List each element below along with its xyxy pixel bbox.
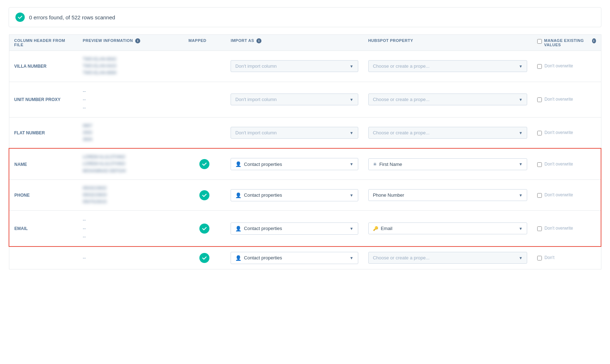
table-row: EMAIL------👤Contact properties▼🔑Email▼Do…: [9, 211, 601, 246]
cell-column-header: UNIT NUMBER PROXY: [9, 82, 78, 117]
cell-dont-overwrite: Don't overwrite: [532, 148, 601, 179]
hubspot-property-label: Email: [381, 226, 393, 231]
table-row: UNIT NUMBER PROXY------Don't import colu…: [9, 82, 601, 117]
cell-hubspot-property: Choose or create a prope...▼: [363, 51, 533, 82]
cell-import-as: 👤Contact properties▼: [226, 246, 363, 269]
success-banner: 0 errors found, of 522 rows scanned: [9, 7, 601, 27]
column-name-label: NAME: [14, 162, 27, 167]
cell-mapped: [183, 179, 226, 211]
cell-mapped: [183, 117, 226, 148]
cell-preview: ------: [78, 82, 184, 117]
import-as-label: Contact properties: [244, 162, 282, 167]
dont-overwrite-label: Don't overwrite: [544, 130, 573, 135]
hubspot-dropdown-arrow-icon: ▼: [519, 226, 522, 231]
table-row: --👤Contact properties▼Choose or create a…: [9, 246, 601, 269]
dont-overwrite-section: Don't overwrite: [537, 192, 596, 198]
cell-hubspot-property: Choose or create a prope...▼: [363, 117, 533, 148]
hubspot-dropdown-arrow-icon: ▼: [519, 64, 522, 68]
cell-import-as: 👤Contact properties▼: [226, 179, 363, 211]
table-header-row: COLUMN HEADER FROM FILE PREVIEW INFORMAT…: [9, 35, 601, 51]
import-as-label: Contact properties: [244, 226, 282, 231]
cell-dont-overwrite: Don't overwrite: [532, 179, 601, 211]
preview-info-icon[interactable]: i: [135, 38, 140, 43]
table-row: PHONE050321583205032158330507015015👤Cont…: [9, 179, 601, 211]
person-icon: 👤: [235, 161, 241, 167]
import-as-label: Contact properties: [244, 192, 282, 198]
header-hubspot-property: HUBSPOT PROPERTY: [363, 35, 533, 51]
mapped-checkmark: [199, 253, 209, 263]
dont-overwrite-checkbox[interactable]: [537, 131, 542, 135]
dont-overwrite-checkbox[interactable]: [537, 226, 542, 231]
hubspot-property-dropdown[interactable]: Phone Number▼: [368, 189, 528, 201]
hubspot-property-dropdown[interactable]: 🔑Email▼: [368, 222, 528, 234]
manage-all-checkbox[interactable]: [537, 39, 542, 44]
dont-overwrite-checkbox[interactable]: [537, 193, 542, 198]
cell-import-as: Don't import column▼: [226, 51, 363, 82]
hubspot-property-dropdown[interactable]: Choose or create a prope...▼: [368, 127, 528, 139]
cell-preview: LOREM ALULOTHNOLOREM ALULOTHNOMOHAMNAD D…: [78, 148, 184, 179]
cell-dont-overwrite: Don't overwrite: [532, 211, 601, 246]
import-as-dropdown[interactable]: 👤Contact properties▼: [231, 222, 358, 235]
dont-overwrite-label: Don't: [544, 255, 554, 260]
person-icon: 👤: [235, 255, 241, 261]
person-icon: 👤: [235, 226, 241, 231]
preview-text: --: [83, 254, 179, 262]
hubspot-placeholder-label: Choose or create a prope...: [373, 63, 430, 69]
dont-overwrite-checkbox[interactable]: [537, 162, 542, 167]
dropdown-arrow-icon: ▼: [350, 64, 354, 68]
table-row: VILLA NUMBERTWO-ELAN-8042TWO-ELAN-6415TW…: [9, 51, 601, 82]
cell-mapped: [183, 51, 226, 82]
dont-overwrite-checkbox[interactable]: [537, 97, 542, 102]
import-as-label: Don't import column: [235, 130, 276, 135]
hubspot-property-dropdown[interactable]: Choose or create a prope...▼: [368, 94, 528, 105]
hubspot-dropdown-arrow-icon: ▼: [519, 131, 522, 135]
import-as-dropdown[interactable]: 👤Contact properties▼: [231, 189, 358, 201]
cell-preview: TWO-ELAN-8042TWO-ELAN-6415TWO-ELAN-8000: [78, 51, 184, 82]
dont-overwrite-section: Don't overwrite: [537, 97, 596, 102]
hubspot-placeholder-label: Choose or create a prope...: [373, 97, 430, 102]
hubspot-property-dropdown[interactable]: Choose or create a prope...▼: [368, 60, 528, 72]
import-info-icon[interactable]: i: [256, 38, 261, 43]
hubspot-property-dropdown[interactable]: Choose or create a prope...▼: [368, 252, 528, 264]
preview-text: 090720023004: [83, 123, 179, 143]
dont-overwrite-label: Don't overwrite: [544, 192, 573, 197]
import-as-dropdown[interactable]: Don't import column▼: [231, 94, 358, 105]
hubspot-property-dropdown[interactable]: ✳First Name▼: [368, 158, 528, 170]
mapped-checkmark: [199, 224, 209, 234]
column-name-label: EMAIL: [14, 226, 28, 231]
column-name-label: VILLA NUMBER: [14, 64, 47, 69]
cell-import-as: 👤Contact properties▼: [226, 211, 363, 246]
dont-overwrite-checkbox[interactable]: [537, 64, 542, 69]
dropdown-arrow-icon: ▼: [350, 256, 354, 260]
mapped-checkmark: [199, 159, 209, 169]
dont-overwrite-checkbox[interactable]: [537, 256, 542, 260]
table-body: VILLA NUMBERTWO-ELAN-8042TWO-ELAN-6415TW…: [9, 51, 601, 269]
star-icon: ✳: [373, 162, 377, 167]
hubspot-dropdown-arrow-icon: ▼: [519, 162, 522, 166]
cell-hubspot-property: ✳First Name▼: [363, 148, 533, 179]
preview-text: ------: [83, 87, 179, 112]
import-as-dropdown[interactable]: Don't import column▼: [231, 127, 358, 139]
preview-text: ------: [83, 216, 179, 241]
cell-hubspot-property: 🔑Email▼: [363, 211, 533, 246]
header-mapped: MAPPED: [183, 35, 226, 51]
import-as-dropdown[interactable]: 👤Contact properties▼: [231, 252, 358, 264]
manage-info-icon[interactable]: i: [592, 38, 596, 43]
dont-overwrite-section: Don't overwrite: [537, 130, 596, 135]
import-as-dropdown[interactable]: Don't import column▼: [231, 60, 358, 72]
dont-overwrite-section: Don't overwrite: [537, 162, 596, 167]
dropdown-arrow-icon: ▼: [350, 226, 354, 231]
cell-hubspot-property: Choose or create a prope...▼: [363, 246, 533, 269]
cell-dont-overwrite: Don't overwrite: [532, 117, 601, 148]
cell-hubspot-property: Choose or create a prope...▼: [363, 82, 533, 117]
import-as-label: Don't import column: [235, 63, 276, 69]
cell-column-header: [9, 246, 78, 269]
cell-hubspot-property: Phone Number▼: [363, 179, 533, 211]
import-as-dropdown[interactable]: 👤Contact properties▼: [231, 158, 358, 170]
hubspot-dropdown-arrow-icon: ▼: [519, 97, 522, 102]
hubspot-dropdown-arrow-icon: ▼: [519, 193, 522, 197]
hubspot-placeholder-label: Choose or create a prope...: [373, 130, 430, 135]
cell-column-header: PHONE: [9, 179, 78, 211]
preview-text: 050321583205032158330507015015: [83, 185, 179, 206]
header-preview: PREVIEW INFORMATION i: [78, 35, 184, 51]
